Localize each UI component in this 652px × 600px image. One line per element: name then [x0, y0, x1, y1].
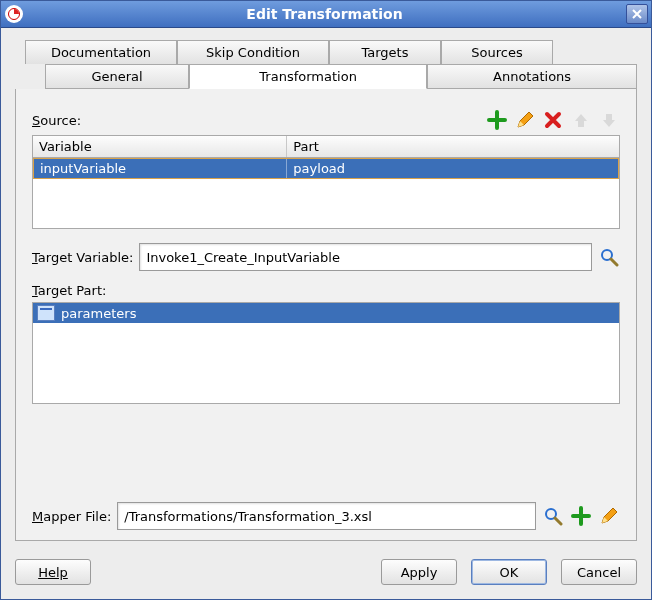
tab-documentation[interactable]: Documentation [25, 40, 177, 64]
tab-annotations[interactable]: Annotations [427, 64, 637, 89]
tab-container: Documentation Skip Condition Targets Sou… [15, 40, 637, 89]
move-down-button [598, 109, 620, 131]
dialog-window: Edit Transformation Documentation Skip C… [0, 0, 652, 600]
source-header: Source: [32, 109, 620, 131]
target-part-list: parameters [32, 302, 620, 404]
cell-variable: inputVariable [34, 159, 287, 178]
move-up-button [570, 109, 592, 131]
mapper-file-label: Mapper File: [32, 509, 111, 524]
target-variable-input[interactable] [139, 243, 592, 271]
tab-general[interactable]: General [45, 64, 189, 89]
source-table-body: inputVariable payload [33, 158, 619, 228]
window-close-button[interactable] [626, 4, 648, 24]
target-part-row[interactable]: parameters [33, 303, 619, 323]
browse-mapper-file-button[interactable] [542, 505, 564, 527]
apply-button[interactable]: Apply [381, 559, 457, 585]
tab-targets[interactable]: Targets [329, 40, 441, 64]
tab-row-lower: General Transformation Annotations [45, 64, 637, 89]
dialog-footer: Help Apply OK Cancel [1, 549, 651, 599]
tab-panel-transformation: Source: [15, 89, 637, 541]
cancel-button[interactable]: Cancel [561, 559, 637, 585]
add-source-button[interactable] [486, 109, 508, 131]
app-icon [5, 5, 23, 23]
target-variable-row: Target Variable: [32, 243, 620, 271]
source-label: Source: [32, 113, 486, 128]
mapper-file-input[interactable] [117, 502, 536, 530]
footer-right: Apply OK Cancel [381, 559, 637, 585]
edit-source-button[interactable] [514, 109, 536, 131]
target-variable-label: Target Variable: [32, 250, 133, 265]
help-button-label: Help [38, 565, 68, 580]
part-icon [37, 305, 55, 321]
mapper-file-row: Mapper File: [32, 502, 620, 530]
source-table-header: Variable Part [33, 136, 619, 158]
browse-target-variable-button[interactable] [598, 246, 620, 268]
help-button[interactable]: Help [15, 559, 91, 585]
window-title: Edit Transformation [23, 6, 626, 22]
tab-sources[interactable]: Sources [441, 40, 553, 64]
tab-skip-condition[interactable]: Skip Condition [177, 40, 329, 64]
delete-source-button[interactable] [542, 109, 564, 131]
source-table-row[interactable]: inputVariable payload [33, 158, 619, 179]
dialog-body: Documentation Skip Condition Targets Sou… [1, 28, 651, 549]
target-part-item-label: parameters [61, 306, 136, 321]
column-part[interactable]: Part [287, 136, 619, 157]
source-toolbar [486, 109, 620, 131]
source-table: Variable Part inputVariable payload [32, 135, 620, 229]
column-variable[interactable]: Variable [33, 136, 287, 157]
tab-transformation[interactable]: Transformation [189, 64, 427, 89]
new-mapper-file-button[interactable] [570, 505, 592, 527]
tab-row-upper: Documentation Skip Condition Targets Sou… [25, 40, 637, 64]
titlebar: Edit Transformation [1, 1, 651, 28]
edit-mapper-file-button[interactable] [598, 505, 620, 527]
cell-part: payload [287, 159, 618, 178]
target-part-section: Target Part: parameters [32, 283, 620, 404]
ok-button[interactable]: OK [471, 559, 547, 585]
target-part-label: Target Part: [32, 283, 620, 298]
